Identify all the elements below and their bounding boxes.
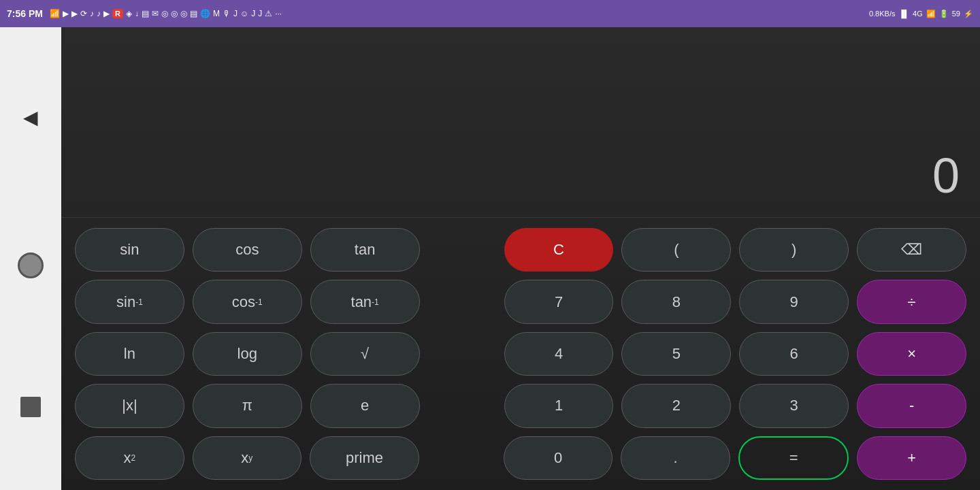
smiley-icon: ☺ [240,9,248,18]
status-icons: 📶 ▶ ▶ ⟳ ♪ ♪ ▶ R ◈ ↓ ▤ ✉ ◎ ◎ ◎ ▤ 🌐 M 🎙 J … [50,9,865,18]
prime-button[interactable]: prime [310,436,419,480]
close-paren-button[interactable]: ) [739,228,849,272]
log-button[interactable]: log [193,332,302,376]
backspace-button[interactable]: ⌫ [857,228,966,272]
battery-level: 59 [952,10,960,18]
tan-inv-button[interactable]: tan-1 [310,280,420,323]
one-button[interactable]: 1 [504,384,614,427]
browser-icon: 🌐 [200,9,210,18]
warning-icon: ⚠ [265,9,272,18]
back-button[interactable]: ◀ [14,100,48,134]
j-icon-2: J [251,9,255,18]
sync-icon: ⟳ [80,9,87,18]
key-row-1: sin cos tan C ( ) ⌫ [75,228,966,272]
key-row-2: sin-1 cos-1 tan-1 7 8 9 ÷ [75,280,966,323]
r-icon: R [112,9,123,18]
lte-icon: 4G [913,10,923,18]
text-icon-2: ▤ [190,9,197,18]
clear-button[interactable]: C [504,228,614,272]
play-icon-2: ▶ [71,9,78,18]
x-squared-button[interactable]: x2 [75,436,184,480]
battery-icon: 🔋 [939,10,949,18]
cos-button[interactable]: cos [193,228,302,272]
seven-button[interactable]: 7 [504,280,614,323]
text-icon: ▤ [142,9,149,18]
display-value: 0 [932,148,960,203]
equals-button[interactable]: = [738,436,849,480]
mic-icon: 🎙 [223,9,231,18]
status-time: 7:56 PM [7,8,43,19]
key-row-5: x2 xy prime 0 . = + [75,436,966,480]
charge-icon: ⚡ [964,10,973,18]
sqrt-button[interactable]: √ [310,332,420,376]
zero-button[interactable]: 0 [504,436,613,480]
subtract-button[interactable]: - [857,384,966,427]
nine-button[interactable]: 9 [739,280,849,323]
tan-button[interactable]: tan [310,228,420,272]
cos-inv-button[interactable]: cos-1 [193,280,302,323]
decimal-button[interactable]: . [621,436,730,480]
five-button[interactable]: 5 [621,332,731,376]
key-row-4: |x| π e 1 2 3 - [75,384,966,427]
keypad: sin cos tan C ( ) ⌫ sin-1 cos-1 tan-1 7 … [61,218,980,490]
email-icon: ✉ [152,9,159,18]
status-right: 0.8KB/s ▐▌ 4G 📶 🔋 59 ⚡ [869,10,973,18]
multiply-button[interactable]: × [857,332,966,376]
abs-button[interactable]: |x| [75,384,184,427]
key-row-3: ln log √ 4 5 6 × [75,332,966,376]
pi-button[interactable]: π [193,384,302,427]
sin-button[interactable]: sin [75,228,184,272]
divide-button[interactable]: ÷ [857,280,966,323]
status-bar: 7:56 PM 📶 ▶ ▶ ⟳ ♪ ♪ ▶ R ◈ ↓ ▤ ✉ ◎ ◎ ◎ ▤ … [0,0,980,27]
maps-icon: ◈ [126,9,132,18]
instagram-icon-2: ◎ [171,9,178,18]
download-icon: ↓ [135,9,139,18]
j-icon-3: J [258,9,262,18]
network-speed: 0.8KB/s [869,10,896,18]
instagram-icon-3: ◎ [180,9,187,18]
main-content: ◀ 0 sin cos tan C ( ) ⌫ sin-1 [0,27,980,490]
ln-button[interactable]: ln [75,332,184,376]
record-button[interactable] [18,252,44,278]
e-button[interactable]: e [310,384,420,427]
youtube-icon: ▶ [103,9,110,18]
instagram-icon-1: ◎ [161,9,168,18]
gmail-icon: M [213,9,220,18]
signal-bars: ▐▌ [898,10,909,18]
wifi-icon-right: 📶 [926,10,936,18]
sidebar: ◀ [0,27,61,490]
add-button[interactable]: + [857,436,966,480]
x-power-y-button[interactable]: xy [193,436,302,480]
more-icon: ··· [275,9,282,18]
two-button[interactable]: 2 [621,384,731,427]
sin-inv-button[interactable]: sin-1 [75,280,184,323]
open-paren-button[interactable]: ( [621,228,731,272]
three-button[interactable]: 3 [739,384,849,427]
stop-button[interactable] [20,397,41,417]
j-icon-1: J [233,9,238,18]
eight-button[interactable]: 8 [621,280,731,323]
four-button[interactable]: 4 [504,332,614,376]
display-area: 0 [61,27,980,218]
play-icon-1: ▶ [63,9,69,18]
tiktok-icon: ♪ [90,9,94,18]
tiktok-icon-2: ♪ [97,9,101,18]
calculator: 0 sin cos tan C ( ) ⌫ sin-1 cos-1 tan-1 … [61,27,980,490]
wifi-icon: 📶 [50,9,60,18]
six-button[interactable]: 6 [739,332,849,376]
